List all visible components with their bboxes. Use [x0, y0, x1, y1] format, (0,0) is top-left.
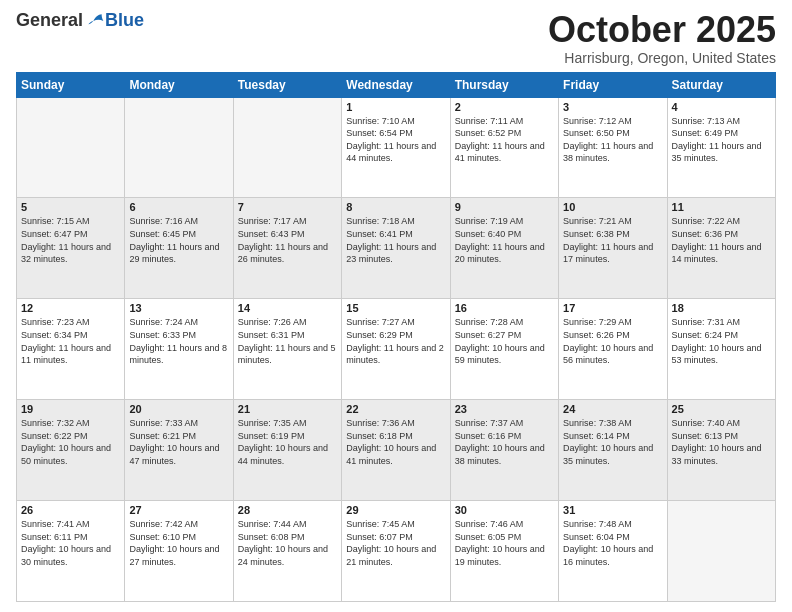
day-info: Sunrise: 7:19 AM Sunset: 6:40 PM Dayligh…: [455, 215, 554, 265]
col-wednesday: Wednesday: [342, 72, 450, 97]
day-info: Sunrise: 7:45 AM Sunset: 6:07 PM Dayligh…: [346, 518, 445, 568]
day-info: Sunrise: 7:36 AM Sunset: 6:18 PM Dayligh…: [346, 417, 445, 467]
day-info: Sunrise: 7:27 AM Sunset: 6:29 PM Dayligh…: [346, 316, 445, 366]
day-info: Sunrise: 7:46 AM Sunset: 6:05 PM Dayligh…: [455, 518, 554, 568]
col-saturday: Saturday: [667, 72, 775, 97]
day-number: 24: [563, 403, 662, 415]
day-info: Sunrise: 7:26 AM Sunset: 6:31 PM Dayligh…: [238, 316, 337, 366]
day-number: 22: [346, 403, 445, 415]
day-cell: 8Sunrise: 7:18 AM Sunset: 6:41 PM Daylig…: [342, 198, 450, 299]
day-number: 15: [346, 302, 445, 314]
day-info: Sunrise: 7:32 AM Sunset: 6:22 PM Dayligh…: [21, 417, 120, 467]
day-info: Sunrise: 7:41 AM Sunset: 6:11 PM Dayligh…: [21, 518, 120, 568]
day-info: Sunrise: 7:11 AM Sunset: 6:52 PM Dayligh…: [455, 115, 554, 165]
day-info: Sunrise: 7:10 AM Sunset: 6:54 PM Dayligh…: [346, 115, 445, 165]
day-number: 7: [238, 201, 337, 213]
day-cell: [233, 97, 341, 198]
day-cell: 29Sunrise: 7:45 AM Sunset: 6:07 PM Dayli…: [342, 501, 450, 602]
location: Harrisburg, Oregon, United States: [548, 50, 776, 66]
logo-bird-icon: [85, 11, 105, 31]
day-info: Sunrise: 7:13 AM Sunset: 6:49 PM Dayligh…: [672, 115, 771, 165]
day-number: 31: [563, 504, 662, 516]
day-number: 18: [672, 302, 771, 314]
day-number: 28: [238, 504, 337, 516]
day-info: Sunrise: 7:28 AM Sunset: 6:27 PM Dayligh…: [455, 316, 554, 366]
day-info: Sunrise: 7:38 AM Sunset: 6:14 PM Dayligh…: [563, 417, 662, 467]
week-row-5: 26Sunrise: 7:41 AM Sunset: 6:11 PM Dayli…: [17, 501, 776, 602]
day-cell: 24Sunrise: 7:38 AM Sunset: 6:14 PM Dayli…: [559, 400, 667, 501]
day-cell: 23Sunrise: 7:37 AM Sunset: 6:16 PM Dayli…: [450, 400, 558, 501]
day-number: 10: [563, 201, 662, 213]
logo-general-text: General: [16, 10, 83, 31]
logo: General Blue: [16, 10, 144, 31]
day-number: 4: [672, 101, 771, 113]
day-number: 13: [129, 302, 228, 314]
col-monday: Monday: [125, 72, 233, 97]
title-block: October 2025 Harrisburg, Oregon, United …: [548, 10, 776, 66]
day-number: 14: [238, 302, 337, 314]
col-sunday: Sunday: [17, 72, 125, 97]
month-title: October 2025: [548, 10, 776, 50]
week-row-1: 1Sunrise: 7:10 AM Sunset: 6:54 PM Daylig…: [17, 97, 776, 198]
col-friday: Friday: [559, 72, 667, 97]
week-row-3: 12Sunrise: 7:23 AM Sunset: 6:34 PM Dayli…: [17, 299, 776, 400]
day-cell: 28Sunrise: 7:44 AM Sunset: 6:08 PM Dayli…: [233, 501, 341, 602]
day-cell: 3Sunrise: 7:12 AM Sunset: 6:50 PM Daylig…: [559, 97, 667, 198]
day-number: 1: [346, 101, 445, 113]
day-number: 25: [672, 403, 771, 415]
day-cell: [17, 97, 125, 198]
day-number: 2: [455, 101, 554, 113]
day-cell: 25Sunrise: 7:40 AM Sunset: 6:13 PM Dayli…: [667, 400, 775, 501]
day-info: Sunrise: 7:29 AM Sunset: 6:26 PM Dayligh…: [563, 316, 662, 366]
day-info: Sunrise: 7:18 AM Sunset: 6:41 PM Dayligh…: [346, 215, 445, 265]
day-cell: 20Sunrise: 7:33 AM Sunset: 6:21 PM Dayli…: [125, 400, 233, 501]
day-info: Sunrise: 7:48 AM Sunset: 6:04 PM Dayligh…: [563, 518, 662, 568]
day-number: 27: [129, 504, 228, 516]
day-cell: 2Sunrise: 7:11 AM Sunset: 6:52 PM Daylig…: [450, 97, 558, 198]
day-cell: 22Sunrise: 7:36 AM Sunset: 6:18 PM Dayli…: [342, 400, 450, 501]
day-cell: 15Sunrise: 7:27 AM Sunset: 6:29 PM Dayli…: [342, 299, 450, 400]
day-cell: 19Sunrise: 7:32 AM Sunset: 6:22 PM Dayli…: [17, 400, 125, 501]
day-info: Sunrise: 7:23 AM Sunset: 6:34 PM Dayligh…: [21, 316, 120, 366]
day-cell: 5Sunrise: 7:15 AM Sunset: 6:47 PM Daylig…: [17, 198, 125, 299]
day-cell: 7Sunrise: 7:17 AM Sunset: 6:43 PM Daylig…: [233, 198, 341, 299]
day-number: 8: [346, 201, 445, 213]
day-cell: 17Sunrise: 7:29 AM Sunset: 6:26 PM Dayli…: [559, 299, 667, 400]
day-cell: 31Sunrise: 7:48 AM Sunset: 6:04 PM Dayli…: [559, 501, 667, 602]
logo-blue-text: Blue: [105, 10, 144, 31]
day-cell: 1Sunrise: 7:10 AM Sunset: 6:54 PM Daylig…: [342, 97, 450, 198]
day-cell: 18Sunrise: 7:31 AM Sunset: 6:24 PM Dayli…: [667, 299, 775, 400]
week-row-2: 5Sunrise: 7:15 AM Sunset: 6:47 PM Daylig…: [17, 198, 776, 299]
day-number: 9: [455, 201, 554, 213]
day-cell: 16Sunrise: 7:28 AM Sunset: 6:27 PM Dayli…: [450, 299, 558, 400]
day-info: Sunrise: 7:44 AM Sunset: 6:08 PM Dayligh…: [238, 518, 337, 568]
header: General Blue October 2025 Harrisburg, Or…: [16, 10, 776, 66]
day-cell: 27Sunrise: 7:42 AM Sunset: 6:10 PM Dayli…: [125, 501, 233, 602]
page: General Blue October 2025 Harrisburg, Or…: [0, 0, 792, 612]
day-cell: 26Sunrise: 7:41 AM Sunset: 6:11 PM Dayli…: [17, 501, 125, 602]
day-info: Sunrise: 7:21 AM Sunset: 6:38 PM Dayligh…: [563, 215, 662, 265]
day-cell: 13Sunrise: 7:24 AM Sunset: 6:33 PM Dayli…: [125, 299, 233, 400]
day-info: Sunrise: 7:17 AM Sunset: 6:43 PM Dayligh…: [238, 215, 337, 265]
day-number: 19: [21, 403, 120, 415]
day-cell: 6Sunrise: 7:16 AM Sunset: 6:45 PM Daylig…: [125, 198, 233, 299]
day-info: Sunrise: 7:12 AM Sunset: 6:50 PM Dayligh…: [563, 115, 662, 165]
day-number: 29: [346, 504, 445, 516]
day-info: Sunrise: 7:40 AM Sunset: 6:13 PM Dayligh…: [672, 417, 771, 467]
day-cell: 10Sunrise: 7:21 AM Sunset: 6:38 PM Dayli…: [559, 198, 667, 299]
day-cell: 21Sunrise: 7:35 AM Sunset: 6:19 PM Dayli…: [233, 400, 341, 501]
day-number: 23: [455, 403, 554, 415]
day-cell: 11Sunrise: 7:22 AM Sunset: 6:36 PM Dayli…: [667, 198, 775, 299]
day-number: 21: [238, 403, 337, 415]
day-info: Sunrise: 7:35 AM Sunset: 6:19 PM Dayligh…: [238, 417, 337, 467]
day-cell: 12Sunrise: 7:23 AM Sunset: 6:34 PM Dayli…: [17, 299, 125, 400]
day-info: Sunrise: 7:16 AM Sunset: 6:45 PM Dayligh…: [129, 215, 228, 265]
week-row-4: 19Sunrise: 7:32 AM Sunset: 6:22 PM Dayli…: [17, 400, 776, 501]
day-info: Sunrise: 7:33 AM Sunset: 6:21 PM Dayligh…: [129, 417, 228, 467]
day-cell: [667, 501, 775, 602]
header-row: Sunday Monday Tuesday Wednesday Thursday…: [17, 72, 776, 97]
day-info: Sunrise: 7:22 AM Sunset: 6:36 PM Dayligh…: [672, 215, 771, 265]
day-info: Sunrise: 7:24 AM Sunset: 6:33 PM Dayligh…: [129, 316, 228, 366]
day-cell: 30Sunrise: 7:46 AM Sunset: 6:05 PM Dayli…: [450, 501, 558, 602]
day-number: 16: [455, 302, 554, 314]
